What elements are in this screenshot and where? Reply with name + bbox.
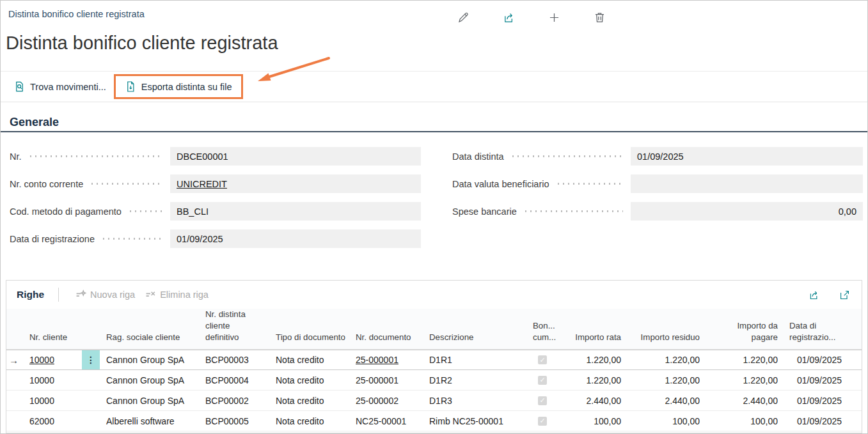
field-value[interactable]: BB_CLI — [170, 202, 421, 221]
column-header[interactable]: Nr. cliente — [24, 309, 82, 349]
column-header[interactable]: Data di registrazio... — [784, 309, 862, 349]
table-cell: D1R3 — [424, 391, 528, 410]
open-lines-in-new-window-button[interactable] — [837, 288, 851, 302]
field-value[interactable] — [631, 174, 863, 193]
field-row: Data valuta beneficiario — [452, 174, 863, 193]
cell-value[interactable]: Nota credito — [276, 396, 324, 406]
cell-value[interactable]: BCP00005 — [205, 416, 249, 426]
cell-value[interactable]: 10000 — [29, 396, 54, 406]
cell-value[interactable]: Cannon Group SpA — [106, 375, 184, 385]
cell-value[interactable]: Cannon Group SpA — [106, 396, 184, 406]
row-options-button[interactable]: ⋮ — [82, 350, 100, 369]
table-cell: 62000 — [24, 411, 82, 431]
column-header — [82, 309, 101, 349]
field-label: Nr. conto corrente — [10, 179, 83, 189]
cell-value[interactable]: BCP00003 — [205, 355, 249, 365]
cell-value[interactable]: 01/09/2025 — [797, 355, 842, 365]
cell-value[interactable]: 1.220,00 — [665, 375, 700, 385]
column-header[interactable]: Importo rata — [557, 309, 627, 349]
cell-value[interactable]: 2.440,00 — [743, 396, 778, 406]
share-button[interactable] — [501, 10, 516, 24]
cell-value[interactable]: Alberelli software — [106, 416, 175, 426]
column-header[interactable]: Descrizione — [424, 309, 528, 349]
table-row[interactable]: →10000⋮Cannon Group SpABCP00003Nota cred… — [6, 350, 862, 370]
find-entries-button[interactable]: Trova movimenti... — [10, 77, 110, 97]
bonifico-cumulativo-checkbox[interactable]: ✓ — [538, 396, 547, 405]
table-cell: 1.220,00 — [557, 350, 627, 369]
new-line-button[interactable]: Nuova riga — [70, 286, 140, 304]
cell-value[interactable]: 01/09/2025 — [797, 375, 842, 385]
cell-value[interactable]: NC25-00001 — [356, 416, 406, 426]
cell-value[interactable]: 100,00 — [750, 416, 778, 426]
cell-value[interactable]: 10000 — [29, 355, 54, 365]
cell-bonifico-cumulativo: ✓ — [528, 370, 557, 390]
table-cell: 100,00 — [557, 411, 627, 431]
column-header[interactable]: Rag. sociale cliente — [101, 309, 200, 349]
cell-value[interactable]: 1.220,00 — [665, 355, 700, 365]
cell-value[interactable]: Nota credito — [276, 355, 324, 365]
cell-value[interactable]: 1.220,00 — [743, 375, 778, 385]
table-cell: 1.220,00 — [627, 370, 706, 390]
column-header[interactable]: Tipo di documento — [271, 309, 351, 349]
cell-value[interactable]: Nota credito — [276, 416, 324, 426]
cell-value[interactable]: D1R1 — [429, 355, 452, 365]
share-lines-button[interactable] — [807, 288, 821, 302]
find-entries-icon — [13, 81, 26, 93]
bonifico-cumulativo-checkbox[interactable]: ✓ — [538, 376, 547, 385]
export-to-file-button[interactable]: Esporta distinta su file — [125, 77, 232, 97]
column-header[interactable]: Nr. documento — [351, 309, 424, 349]
cell-value[interactable]: 01/09/2025 — [797, 416, 842, 426]
cell-value[interactable]: BCP00004 — [205, 375, 249, 385]
table-cell: 10000 — [24, 391, 82, 410]
table-cell: Rimb NC25-00001 — [424, 411, 528, 431]
column-header[interactable]: Importo residuo — [627, 309, 706, 349]
cell-value[interactable]: 25-000001 — [356, 355, 398, 365]
column-header[interactable]: Bon... cum... — [528, 309, 557, 349]
edit-button[interactable] — [456, 10, 470, 24]
cell-value[interactable]: 10000 — [29, 375, 54, 385]
delete-line-button[interactable]: Elimina riga — [140, 286, 214, 304]
cell-value[interactable]: 25-000001 — [356, 375, 398, 385]
new-button[interactable] — [547, 10, 561, 24]
table-cell: BCP00005 — [200, 411, 271, 431]
cell-value[interactable]: Cannon Group SpA — [106, 355, 184, 365]
field-value[interactable]: 01/09/2025 — [631, 147, 863, 166]
page-action-icons — [456, 10, 606, 24]
column-header[interactable]: Nr. distinta cliente definitivo — [200, 309, 271, 349]
field-value[interactable]: UNICREDIT — [170, 174, 421, 193]
cell-value[interactable]: 100,00 — [672, 416, 700, 426]
bonifico-cumulativo-checkbox[interactable]: ✓ — [538, 417, 547, 426]
cell-value[interactable]: D1R3 — [429, 396, 452, 406]
action-bar: Trova movimenti... Esporta distinta su f… — [1, 71, 867, 102]
cell-value[interactable]: 01/09/2025 — [797, 396, 842, 406]
new-line-icon — [75, 290, 86, 300]
cell-value[interactable]: 100,00 — [594, 416, 621, 426]
cell-value[interactable]: 1.220,00 — [587, 355, 622, 365]
field-value[interactable]: 0,00 — [631, 202, 863, 221]
table-row[interactable]: 10000Cannon Group SpABCP00002Nota credit… — [6, 391, 862, 411]
field-value[interactable]: DBCE00001 — [170, 147, 421, 166]
cell-value[interactable]: Nota credito — [276, 375, 324, 385]
cell-value[interactable]: BCP00002 — [205, 396, 249, 406]
cell-value[interactable]: D1R2 — [429, 375, 452, 385]
table-row[interactable]: 10000Cannon Group SpABCP00004Nota credit… — [6, 370, 862, 391]
dotted-leader — [523, 210, 623, 212]
row-selector-cell — [6, 411, 24, 431]
cell-value[interactable]: 1.220,00 — [743, 355, 778, 365]
cell-value[interactable]: 1.220,00 — [587, 375, 622, 385]
breadcrumb[interactable]: Distinta bonifico cliente registrata — [8, 9, 145, 19]
bonifico-cumulativo-checkbox[interactable]: ✓ — [538, 355, 547, 364]
field-label: Data distinta — [452, 151, 504, 162]
cell-value[interactable]: 2.440,00 — [665, 396, 700, 406]
dotted-leader — [90, 183, 162, 185]
table-cell: 100,00 — [706, 411, 784, 431]
cell-value[interactable]: 25-000002 — [356, 396, 398, 406]
table-row[interactable]: 62000Alberelli softwareBCP00005Nota cred… — [6, 411, 862, 431]
cell-value[interactable]: Rimb NC25-00001 — [429, 416, 503, 426]
cell-value[interactable]: 62000 — [29, 416, 54, 426]
delete-button[interactable] — [592, 10, 606, 24]
column-header[interactable]: Importo da pagare — [706, 309, 784, 349]
cell-value[interactable]: 2.440,00 — [587, 396, 622, 406]
dotted-leader — [128, 210, 162, 212]
field-value[interactable]: 01/09/2025 — [170, 229, 421, 248]
